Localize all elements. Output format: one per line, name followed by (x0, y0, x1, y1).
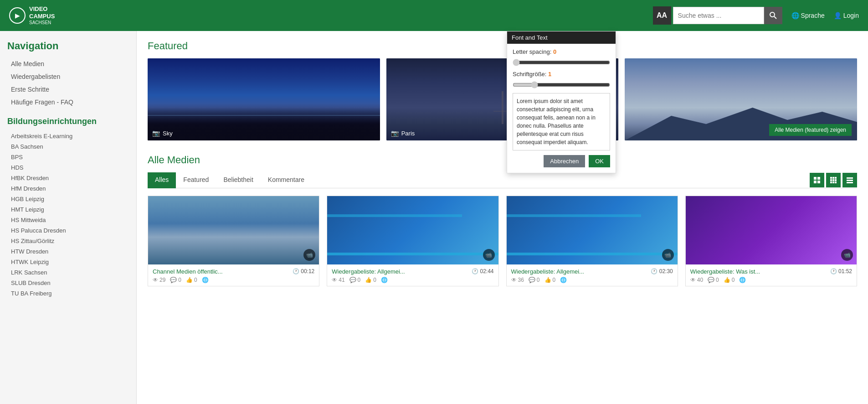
media-grid: 📹 Channel Medien öffentlic... 🕐 00:12 👁 … (148, 196, 857, 286)
media-likes-2: 👍 0 (544, 277, 556, 283)
media-title-0[interactable]: Channel Medien öffentlic... (153, 268, 289, 275)
header: ▶ VIDEO CAMPUS SACHSEN AA 🌐 Sprache 👤 Lo… (0, 0, 868, 31)
sidebar: Navigation Alle Medien Wiedergabelisten … (0, 31, 137, 404)
featured-card-sky-label: 📷 Sky (152, 129, 173, 137)
featured-card-sky[interactable]: 📷 Sky (148, 58, 380, 140)
inst-lrk[interactable]: LRK Sachsen (7, 267, 129, 278)
cam-badge-3: 📹 (841, 249, 853, 261)
media-views-2: 👁 36 (511, 277, 524, 283)
featured-show-all-button[interactable]: Alle Medien (featured) zeigen (769, 124, 852, 136)
svg-rect-11 (835, 179, 837, 181)
inst-hs-palucca[interactable]: HS Palucca Dresden (7, 225, 129, 236)
inst-hs-mittweida[interactable]: HS Mittweida (7, 215, 129, 225)
featured-cards: 📷 Sky 📷 Paris (148, 58, 857, 140)
svg-rect-8 (835, 177, 837, 179)
letter-spacing-slider[interactable] (513, 59, 610, 66)
view-grid-large[interactable] (810, 173, 824, 187)
inst-htwk[interactable]: HTWK Leipzig (7, 257, 129, 267)
abbrechen-button[interactable]: Abbrechen (544, 155, 585, 167)
tab-alles[interactable]: Alles (148, 172, 176, 188)
media-duration-1: 🕐 02:44 (472, 268, 493, 275)
navigation-title: Navigation (7, 40, 129, 52)
inst-arbeitskreis[interactable]: Arbeitskreis E-Learning (7, 131, 129, 141)
media-info-2: Wiedergabeliste: Allgemei... 🕐 02:30 👁 3… (507, 264, 678, 286)
media-duration-3: 🕐 01:52 (830, 268, 852, 275)
media-globe-1: 🌐 (381, 277, 388, 283)
sidebar-item-wiedergabelisten[interactable]: Wiedergabelisten (7, 70, 129, 83)
svg-rect-16 (847, 180, 853, 181)
font-text-button[interactable]: AA (653, 6, 671, 25)
inst-bps[interactable]: BPS (7, 152, 129, 162)
login-button[interactable]: 👤 Login (834, 12, 859, 19)
svg-rect-14 (835, 181, 837, 183)
search-input[interactable] (673, 7, 764, 24)
sidebar-item-erste-schritte[interactable]: Erste Schritte (7, 83, 129, 96)
media-card-2: 📹 Wiedergabeliste: Allgemei... 🕐 02:30 👁… (506, 196, 678, 286)
inst-hds[interactable]: HDS (7, 162, 129, 173)
media-duration-2: 🕐 02:30 (651, 268, 673, 275)
inst-ba-sachsen[interactable]: BA Sachsen (7, 141, 129, 152)
media-card-0: 📹 Channel Medien öffentlic... 🕐 00:12 👁 … (148, 196, 319, 286)
search-button[interactable] (764, 7, 782, 24)
cam-badge-2: 📹 (662, 249, 674, 261)
svg-rect-12 (830, 181, 832, 183)
inst-hs-zittau[interactable]: HS Zittau/Görlitz (7, 236, 129, 246)
svg-rect-7 (832, 177, 834, 179)
media-thumb-0[interactable]: 📹 (148, 196, 319, 264)
main-layout: Navigation Alle Medien Wiedergabelisten … (0, 31, 868, 404)
media-likes-1: 👍 0 (365, 277, 376, 283)
media-globe-3: 🌐 (739, 277, 746, 283)
globe-icon: 🌐 (791, 12, 799, 19)
logo-play-icon: ▶ (9, 7, 26, 24)
tab-featured[interactable]: Featured (176, 172, 216, 188)
ok-button[interactable]: OK (589, 155, 610, 167)
svg-rect-6 (830, 177, 832, 179)
media-title-1[interactable]: Wiedergabeliste: Allgemei... (332, 268, 468, 275)
view-list[interactable] (842, 173, 857, 187)
cam-badge-0: 📹 (303, 249, 315, 261)
media-stats-0: 👁 29 💬 0 👍 0 🌐 (153, 277, 314, 283)
svg-rect-9 (830, 179, 832, 181)
media-thumb-3[interactable]: 📹 (686, 196, 857, 264)
sidebar-item-alle-medien[interactable]: Alle Medien (7, 57, 129, 70)
bildungseinrichtungen-title: Bildungseinrichtungen (7, 117, 129, 126)
inst-hgb[interactable]: HGB Leipzig (7, 194, 129, 204)
media-views-1: 👁 41 (332, 277, 344, 283)
inst-htw[interactable]: HTW Dresden (7, 246, 129, 257)
media-globe-0: 🌐 (202, 277, 209, 283)
sidebar-item-haeufige-fragen[interactable]: Häufige Fragen - FAQ (7, 96, 129, 109)
view-grid-small[interactable] (826, 173, 841, 187)
media-comments-3: 💬 0 (708, 277, 719, 283)
user-icon: 👤 (834, 12, 842, 19)
media-title-3[interactable]: Wiedergabeliste: Was ist... (690, 268, 827, 275)
media-thumb-2[interactable]: 📹 (507, 196, 678, 264)
cam-badge-1: 📹 (483, 249, 495, 261)
svg-rect-2 (814, 177, 817, 180)
media-likes-0: 👍 0 (186, 277, 197, 283)
tab-beliebtheit[interactable]: Beliebtheit (216, 172, 260, 188)
sprache-button[interactable]: 🌐 Sprache (791, 12, 825, 19)
inst-hfm[interactable]: HfM Dresden (7, 183, 129, 194)
media-stats-2: 👁 36 💬 0 👍 0 🌐 (511, 277, 673, 283)
schriftgroesse-slider[interactable] (513, 81, 610, 88)
inst-hfbk[interactable]: HfBK Dresden (7, 173, 129, 183)
media-title-2[interactable]: Wiedergabeliste: Allgemei... (511, 268, 647, 275)
inst-tu-ba[interactable]: TU BA Freiberg (7, 288, 129, 299)
main-content: Featured 📷 Sky (137, 31, 868, 404)
media-info-0: Channel Medien öffentlic... 🕐 00:12 👁 29… (148, 264, 319, 286)
font-text-popup: Font and Text Letter spacing: 0 Schriftg… (507, 31, 616, 173)
inst-slub[interactable]: SLUB Dresden (7, 278, 129, 288)
font-popup-title: Font and Text (507, 31, 616, 44)
inst-hmt[interactable]: HMT Leipzig (7, 204, 129, 215)
camera-icon-paris: 📷 (391, 129, 399, 137)
institutions-list: Arbeitskreis E-Learning BA Sachsen BPS H… (7, 131, 129, 299)
tab-kommentare[interactable]: Kommentare (261, 172, 312, 188)
media-thumb-1[interactable]: 📹 (327, 196, 498, 264)
nav-links: Alle Medien Wiedergabelisten Erste Schri… (7, 57, 129, 109)
alle-medien-title: Alle Medien (148, 154, 857, 166)
svg-rect-10 (832, 179, 834, 181)
svg-rect-5 (817, 181, 820, 183)
svg-point-0 (770, 12, 775, 17)
header-right: 🌐 Sprache 👤 Login (791, 12, 859, 19)
tabs-row: Alles Featured Beliebtheit Kommentare (148, 172, 857, 188)
